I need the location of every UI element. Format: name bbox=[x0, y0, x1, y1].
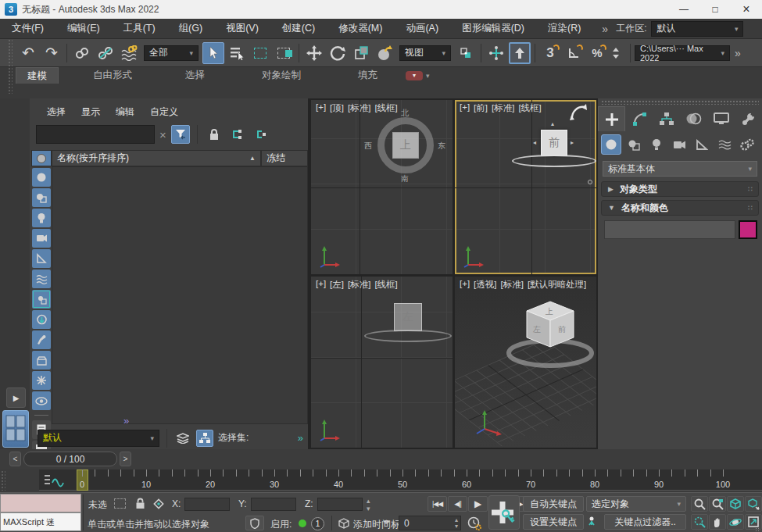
explorer-item-list[interactable] bbox=[52, 166, 308, 424]
viewport-top[interactable]: [+] [顶] [标准] [线框] 上 北 南 西 东 bbox=[311, 100, 453, 274]
ribbon-tab-freeform[interactable]: 自由形式 bbox=[82, 67, 143, 84]
viewcube-compass-ellipse[interactable] bbox=[512, 155, 596, 167]
app-icon[interactable]: 3 bbox=[5, 3, 17, 16]
viewcube-3d[interactable]: 上 左 前 bbox=[503, 297, 596, 378]
explorer-toolbar-overflow-icon[interactable]: » bbox=[123, 415, 129, 427]
viewcube-compass-ellipse[interactable] bbox=[364, 330, 452, 342]
previous-key-button[interactable]: ◀|| bbox=[448, 496, 467, 512]
play-button[interactable]: ▶ bbox=[468, 496, 488, 512]
select-and-move-button[interactable] bbox=[303, 42, 325, 64]
minimize-button[interactable]: — bbox=[668, 0, 699, 19]
grid-size-spinner-icon[interactable]: ▴▾ bbox=[367, 497, 370, 512]
object-color-swatch[interactable] bbox=[739, 220, 757, 239]
named-selection-set-dropdown[interactable]: 默认 ▾ bbox=[38, 430, 159, 447]
compass-south-label[interactable]: 南 bbox=[401, 173, 409, 184]
isolate-selection-shield-icon[interactable] bbox=[245, 516, 264, 530]
toolbar-drag-handle[interactable] bbox=[8, 39, 13, 66]
track-bar-toggle-icon[interactable] bbox=[44, 473, 67, 488]
current-frame-field[interactable]: 0 ▴▾ bbox=[399, 516, 461, 530]
menu-edit[interactable]: 编辑(E) bbox=[55, 19, 112, 39]
timeline-drag-handle[interactable] bbox=[1, 470, 5, 491]
window-resize-grip[interactable] bbox=[755, 527, 760, 532]
display-geometry-header-toggle[interactable] bbox=[31, 150, 52, 166]
select-by-name-button[interactable] bbox=[226, 42, 248, 64]
viewcube-arrow-left-icon[interactable]: ◂ bbox=[533, 140, 536, 146]
tab-display[interactable] bbox=[707, 106, 735, 131]
zoom-extents-all-icon[interactable] bbox=[745, 496, 762, 512]
viewport-menu-shading[interactable]: [线框] bbox=[374, 279, 397, 291]
viewcube-home-dot-icon[interactable] bbox=[588, 180, 592, 184]
new-key-settings-icon[interactable] bbox=[586, 514, 602, 530]
frame-spinner-icon[interactable]: ▴▾ bbox=[455, 517, 458, 530]
bind-to-space-warp-icon[interactable] bbox=[118, 42, 140, 64]
viewport-menu-renderer[interactable]: [标准] bbox=[348, 279, 370, 291]
viewcube-arrow-up-icon[interactable]: ▴ bbox=[551, 121, 554, 127]
orbit-icon[interactable] bbox=[727, 514, 744, 530]
toolbar-overflow-icon[interactable]: » bbox=[735, 47, 741, 59]
viewport-menu-pov[interactable]: [前] bbox=[474, 102, 488, 114]
clear-search-icon[interactable]: × bbox=[159, 128, 166, 141]
zoom-region-icon[interactable] bbox=[691, 514, 708, 530]
x-coordinate-field[interactable] bbox=[184, 498, 230, 511]
previous-frame-button[interactable]: < bbox=[9, 452, 21, 466]
menu-create[interactable]: 创建(C) bbox=[270, 19, 327, 39]
enable-status-dot[interactable] bbox=[299, 520, 306, 527]
viewport-menu-general[interactable]: [+] bbox=[316, 102, 326, 114]
tab-motion[interactable] bbox=[680, 106, 707, 131]
project-folder-field[interactable]: C:\Users\··· Max 2022 ▾ bbox=[635, 45, 730, 61]
display-shapes-icon[interactable] bbox=[32, 188, 51, 207]
zoom-all-icon[interactable] bbox=[709, 496, 726, 512]
viewcube-face-left[interactable]: 左 bbox=[394, 303, 422, 331]
category-lights[interactable] bbox=[646, 134, 667, 155]
close-button[interactable]: × bbox=[731, 0, 762, 19]
go-to-start-button[interactable]: |◀◀ bbox=[428, 496, 447, 512]
select-and-place-button[interactable] bbox=[374, 42, 395, 64]
viewport-menu-renderer[interactable]: [标准] bbox=[348, 102, 370, 114]
menu-file[interactable]: 文件(F) bbox=[0, 19, 55, 39]
display-hidden-eye-icon[interactable] bbox=[32, 391, 51, 410]
ribbon-options-icon[interactable]: ▾ bbox=[426, 72, 430, 80]
display-space-warps-icon[interactable] bbox=[32, 270, 51, 288]
redo-button[interactable]: ↷ bbox=[41, 42, 63, 64]
display-particles-icon[interactable] bbox=[32, 371, 51, 390]
zoom-icon[interactable] bbox=[691, 496, 708, 512]
tab-hierarchy[interactable] bbox=[653, 106, 680, 131]
workspace-dropdown[interactable]: 默认 ▾ bbox=[651, 21, 743, 37]
select-and-rotate-button[interactable] bbox=[327, 42, 349, 64]
tab-modify[interactable] bbox=[625, 106, 653, 131]
z-coordinate-field[interactable] bbox=[317, 498, 363, 511]
maxscript-macro-recorder[interactable] bbox=[0, 494, 81, 512]
window-crossing-toggle[interactable] bbox=[273, 42, 295, 64]
menu-views[interactable]: 视图(V) bbox=[214, 19, 270, 39]
maximize-button[interactable]: □ bbox=[699, 0, 731, 19]
category-helpers[interactable] bbox=[692, 134, 712, 155]
ribbon-minimize-icon[interactable]: ▾ bbox=[406, 71, 423, 80]
expand-panel-button[interactable]: ▶ bbox=[6, 387, 26, 408]
rollout-object-type[interactable]: ▶ 对象类型 ∷ bbox=[601, 181, 759, 197]
menu-graph-editors[interactable]: 图形编辑器(D) bbox=[450, 19, 536, 39]
display-cameras-icon[interactable] bbox=[32, 229, 51, 248]
selection-set-overflow-icon[interactable]: » bbox=[298, 432, 303, 444]
compass-north-label[interactable]: 北 bbox=[401, 108, 409, 119]
set-key-button[interactable]: 设置关键点 bbox=[523, 514, 584, 530]
viewport-menu-renderer[interactable]: [标准] bbox=[492, 102, 514, 114]
menu-rendering[interactable]: 渲染(R) bbox=[536, 19, 592, 39]
display-bones-icon[interactable] bbox=[32, 330, 51, 349]
auto-key-button[interactable]: 自动关键点 bbox=[523, 496, 584, 512]
set-keys-button[interactable] bbox=[488, 495, 520, 530]
viewport-menu-general[interactable]: [+] bbox=[460, 279, 470, 291]
display-containers-icon[interactable] bbox=[32, 351, 51, 370]
menu-group[interactable]: 组(G) bbox=[167, 19, 215, 39]
time-configuration-icon[interactable] bbox=[465, 515, 484, 531]
maxscript-mini-listener[interactable]: MAXScript 迷 bbox=[0, 512, 81, 531]
column-header-name[interactable]: 名称(按升序排序) ▲ bbox=[52, 150, 261, 166]
command-panel-drag-handle[interactable] bbox=[601, 100, 759, 105]
menu-animation[interactable]: 动画(A) bbox=[394, 19, 450, 39]
use-pivot-point-center-button[interactable] bbox=[455, 42, 477, 64]
frame-counter[interactable]: 0 / 100 bbox=[23, 452, 117, 466]
percent-snap-toggle[interactable]: % bbox=[586, 42, 608, 64]
explorer-menu-select[interactable]: 选择 bbox=[39, 103, 73, 120]
display-helpers-icon[interactable] bbox=[32, 249, 51, 268]
viewcube-arrow-right-icon[interactable]: ▸ bbox=[571, 140, 574, 146]
key-filters-button[interactable]: 关键点过滤器.. bbox=[604, 514, 686, 530]
